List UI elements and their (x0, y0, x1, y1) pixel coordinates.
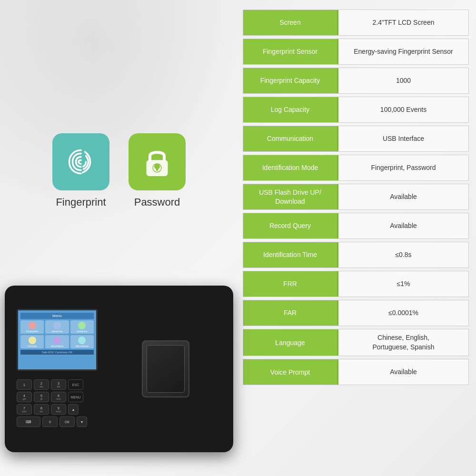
password-icon-square (129, 133, 186, 190)
spec-label-8: Identification Time (243, 242, 338, 268)
spec-row-6: USB Flash Drive UP/ DownloadAvailable (243, 184, 469, 210)
spec-label-3: Log Capacity (243, 97, 338, 122)
key-7: 7pqrs (17, 404, 32, 415)
spec-label-5: Identification Mode (243, 155, 338, 180)
lcd-screen: Menu Empleados asistencia (17, 309, 98, 371)
right-col: Screen2.4"TFT LCD ScreenFingerprint Sens… (238, 0, 476, 476)
spec-row-3: Log Capacity100,000 Events (243, 97, 469, 123)
spec-label-4: Communication (243, 126, 338, 151)
spec-row-10: FAR≤0.0001% (243, 300, 469, 326)
password-label: Password (134, 196, 180, 208)
spec-row-11: LanguageChinese, English,Portuguese, Spa… (243, 329, 469, 356)
main-container: Fingerprint P (0, 0, 476, 476)
spec-row-9: FRR≤1% (243, 271, 469, 297)
icons-row: Fingerprint P (52, 133, 186, 208)
spec-value-1: Energy-saving Fingerprint Sensor (338, 39, 468, 64)
key-9: 9wxyz (51, 404, 66, 415)
key-row-2: 4ghi 5jkl 6mno MENU (17, 392, 98, 402)
password-icon-box: Password (129, 133, 186, 208)
spec-row-0: Screen2.4"TFT LCD Screen (243, 10, 469, 36)
spec-label-12: Voice Prompt (243, 359, 338, 385)
spec-label-2: Fingerprint Capacity (243, 68, 338, 93)
fp-sensor (142, 340, 189, 397)
fingerprint-icon-box: Fingerprint (52, 133, 109, 208)
spec-row-7: Record QueryAvailable (243, 213, 469, 239)
fp-sensor-inner (147, 345, 185, 393)
device: Menu Empleados asistencia (5, 286, 233, 452)
key-0: 0 (42, 416, 58, 427)
spec-value-3: 100,000 Events (338, 97, 468, 122)
spec-value-12: Available (338, 359, 468, 385)
key-8: 8tuv (34, 404, 49, 415)
spec-value-2: 1000 (338, 68, 468, 93)
fp-sensor-area (107, 295, 224, 443)
key-2: 2abc (34, 379, 49, 390)
spec-value-8: ≤0.8s (338, 242, 468, 268)
key-6: 6mno (51, 392, 66, 402)
spec-value-6: Available (338, 184, 468, 209)
key-ok: OK (60, 416, 75, 427)
spec-value-9: ≤1% (338, 271, 468, 297)
key-4: 4ghi (17, 392, 32, 402)
lcd-topbar: Menu (20, 313, 94, 319)
spec-label-0: Screen (243, 10, 338, 35)
spec-row-12: Voice PromptAvailable (243, 359, 469, 385)
key-menu: MENU (68, 392, 83, 402)
spec-row-4: CommunicationUSB Interface (243, 126, 469, 152)
fingerprint-svg-icon (64, 145, 98, 178)
lock-svg-icon (143, 145, 171, 178)
key-row-3: 7pqrs 8tuv 9wxyz ▲ (17, 404, 98, 415)
key-esc: ESC (68, 379, 83, 390)
key-down: ▼ (77, 416, 87, 427)
spec-row-2: Fingerprint Capacity1000 (243, 68, 469, 94)
key-row-4: ⌨ 0 OK ▼ (17, 416, 98, 427)
spec-label-11: Language (243, 329, 338, 356)
lcd-bottombar: Salir-ESC Continuar-OK (20, 350, 94, 355)
spec-value-0: 2.4"TFT LCD Screen (338, 10, 468, 35)
spec-label-9: FRR (243, 271, 338, 297)
key-5: 5jkl (34, 392, 49, 402)
fingerprint-label: Fingerprint (56, 196, 106, 208)
key-1: 1 (17, 379, 32, 390)
lcd-icon-4: Consulta (20, 335, 44, 348)
spec-value-11: Chinese, English,Portuguese, Spanish (338, 329, 468, 356)
lcd-icon-3: asistencia (70, 320, 94, 334)
key-3: 3def (51, 379, 66, 390)
spec-value-4: USB Interface (338, 126, 468, 151)
fingerprint-icon-square (52, 133, 109, 190)
lcd-icon-5: Set.sistema (45, 335, 69, 348)
spec-value-7: Available (338, 213, 468, 238)
spec-label-1: Fingerprint Sensor (243, 39, 338, 64)
spec-row-8: Identification Time≤0.8s (243, 242, 469, 268)
spec-label-6: USB Flash Drive UP/ Download (243, 184, 338, 209)
lcd-icons: Empleados asistencia asistencia (20, 320, 94, 348)
lcd-icon-1: Empleados (20, 320, 44, 334)
left-column: Fingerprint P (0, 0, 238, 476)
lcd-icon-2: asistencia (45, 320, 69, 334)
device-screen-area: Menu Empleados asistencia (17, 309, 98, 429)
spec-label-10: FAR (243, 300, 338, 326)
spec-row-1: Fingerprint SensorEnergy-saving Fingerpr… (243, 39, 469, 65)
key-up: ▲ (68, 404, 79, 415)
keypad: 1 2abc 3def ESC 4ghi 5jkl 6mno MENU (17, 379, 98, 429)
spec-label-7: Record Query (243, 213, 338, 238)
svg-rect-2 (156, 167, 159, 171)
spec-row-5: Identification ModeFingerprint, Password (243, 155, 469, 181)
spec-value-10: ≤0.0001% (338, 300, 468, 326)
key-row-1: 1 2abc 3def ESC (17, 379, 98, 390)
lcd-icon-6: Info.sistema (70, 335, 94, 348)
key-hash: ⌨ (17, 416, 40, 427)
device-container: Menu Empleados asistencia (5, 286, 238, 466)
spec-value-5: Fingerprint, Password (338, 155, 468, 180)
